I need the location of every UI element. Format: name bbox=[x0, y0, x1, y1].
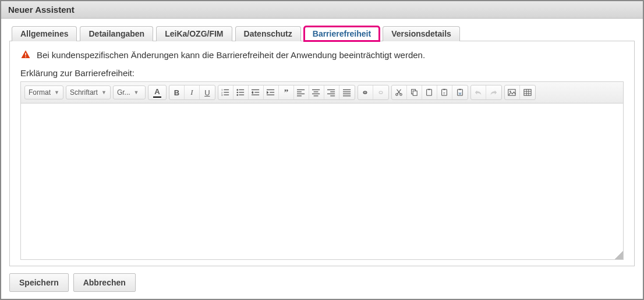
svg-marker-15 bbox=[252, 91, 254, 92]
svg-rect-51 bbox=[459, 89, 461, 90]
svg-rect-29 bbox=[312, 94, 320, 94]
caret-down-icon: ▼ bbox=[54, 90, 59, 95]
format-select-label: Format bbox=[29, 88, 51, 97]
warning-text: Bei kundenspezifischen Änderungen kann d… bbox=[37, 50, 425, 60]
outdent-button[interactable] bbox=[249, 85, 264, 99]
svg-text:T: T bbox=[444, 92, 446, 95]
format-select[interactable]: Format ▼ bbox=[24, 85, 63, 99]
svg-rect-18 bbox=[252, 95, 259, 95]
svg-rect-31 bbox=[327, 90, 335, 90]
svg-point-54 bbox=[510, 91, 511, 92]
svg-marker-20 bbox=[267, 91, 269, 94]
tab-allgemeines[interactable]: Allgemeines bbox=[12, 26, 77, 41]
table-button[interactable] bbox=[520, 85, 535, 99]
tab-leika-ozg-fim[interactable]: LeiKa/OZG/FIM bbox=[156, 26, 232, 41]
paste-plain-button[interactable]: T bbox=[437, 85, 452, 99]
svg-rect-17 bbox=[255, 92, 260, 92]
warning-icon bbox=[20, 49, 31, 60]
svg-rect-35 bbox=[343, 90, 351, 90]
svg-rect-9 bbox=[239, 90, 245, 90]
editor-toolbar: Format ▼ Schriftart ▼ Gr... ▼ A bbox=[21, 82, 623, 103]
svg-rect-19 bbox=[267, 90, 274, 90]
svg-rect-1 bbox=[25, 56, 26, 58]
resize-grip-icon[interactable] bbox=[615, 251, 623, 259]
text-color-button[interactable]: A bbox=[148, 85, 166, 99]
svg-rect-25 bbox=[297, 94, 305, 94]
svg-rect-13 bbox=[239, 95, 245, 95]
warning-row: Bei kundenspezifischen Änderungen kann d… bbox=[20, 49, 624, 60]
svg-marker-16 bbox=[252, 92, 254, 94]
svg-rect-33 bbox=[327, 94, 335, 94]
svg-rect-23 bbox=[297, 90, 305, 90]
copy-button[interactable] bbox=[407, 85, 422, 99]
window-title: Neuer Assistent bbox=[1, 1, 643, 19]
svg-rect-34 bbox=[331, 95, 335, 96]
editor-textarea[interactable] bbox=[21, 103, 623, 259]
align-right-button[interactable] bbox=[324, 85, 339, 99]
svg-rect-3 bbox=[224, 90, 229, 90]
dialog-button-row: Speichern Abbrechen bbox=[9, 273, 635, 292]
svg-rect-55 bbox=[524, 90, 531, 96]
cancel-button[interactable]: Abbrechen bbox=[73, 273, 136, 292]
svg-rect-22 bbox=[267, 95, 274, 95]
svg-text:W: W bbox=[458, 92, 461, 95]
align-center-button[interactable] bbox=[309, 85, 324, 99]
svg-point-10 bbox=[237, 92, 239, 94]
svg-rect-30 bbox=[314, 95, 319, 96]
svg-rect-28 bbox=[314, 91, 319, 92]
bold-button[interactable]: B bbox=[169, 85, 185, 99]
tab-detailangaben[interactable]: Detailangaben bbox=[80, 26, 153, 41]
align-justify-button[interactable] bbox=[339, 85, 355, 99]
assistant-window: Neuer Assistent Allgemeines Detailangabe… bbox=[0, 0, 644, 300]
blockquote-button[interactable]: ” bbox=[279, 85, 294, 99]
align-left-button[interactable] bbox=[294, 85, 309, 99]
font-select[interactable]: Schriftart ▼ bbox=[66, 85, 111, 99]
size-select-label: Gr... bbox=[117, 88, 130, 97]
svg-rect-26 bbox=[297, 95, 302, 96]
content-area: Allgemeines Detailangaben LeiKa/OZG/FIM … bbox=[1, 19, 643, 299]
caret-down-icon: ▼ bbox=[134, 90, 139, 95]
cut-button[interactable] bbox=[392, 85, 407, 99]
underline-button[interactable]: U bbox=[200, 85, 215, 99]
tab-versionsdetails[interactable]: Versionsdetails bbox=[383, 26, 460, 41]
save-button[interactable]: Speichern bbox=[9, 273, 69, 292]
tab-bar: Allgemeines Detailangaben LeiKa/OZG/FIM … bbox=[9, 26, 635, 41]
image-button[interactable] bbox=[505, 85, 520, 99]
font-select-label: Schriftart bbox=[70, 88, 98, 97]
svg-point-8 bbox=[237, 89, 239, 91]
svg-rect-46 bbox=[429, 89, 431, 90]
tab-datenschutz[interactable]: Datenschutz bbox=[235, 26, 301, 41]
caret-down-icon: ▼ bbox=[101, 90, 107, 95]
svg-rect-11 bbox=[239, 92, 245, 92]
svg-rect-27 bbox=[312, 90, 320, 90]
svg-rect-32 bbox=[331, 91, 335, 92]
svg-rect-38 bbox=[343, 95, 351, 96]
paste-button[interactable] bbox=[422, 85, 437, 99]
rich-text-editor: Format ▼ Schriftart ▼ Gr... ▼ A bbox=[20, 81, 624, 260]
undo-button[interactable] bbox=[471, 85, 486, 99]
unlink-button[interactable] bbox=[373, 85, 388, 99]
svg-rect-14 bbox=[252, 90, 259, 90]
svg-rect-5 bbox=[224, 92, 229, 92]
svg-rect-45 bbox=[427, 90, 432, 96]
indent-button[interactable] bbox=[264, 85, 279, 99]
bullet-list-button[interactable] bbox=[233, 85, 249, 99]
link-button[interactable] bbox=[358, 85, 373, 99]
svg-rect-44 bbox=[413, 91, 417, 95]
svg-rect-48 bbox=[444, 89, 446, 90]
svg-rect-7 bbox=[224, 95, 229, 95]
redo-button[interactable] bbox=[486, 85, 501, 99]
svg-rect-24 bbox=[297, 91, 302, 92]
italic-button[interactable]: I bbox=[185, 85, 200, 99]
svg-point-12 bbox=[237, 94, 239, 96]
tab-panel-barrierefreiheit: Bei kundenspezifischen Änderungen kann d… bbox=[9, 41, 635, 266]
field-label-erklaerung: Erklärung zur Barrierefreiheit: bbox=[20, 68, 624, 78]
svg-rect-21 bbox=[270, 92, 275, 92]
tab-barrierefreiheit[interactable]: Barrierefreiheit bbox=[304, 26, 380, 41]
paste-word-button[interactable]: W bbox=[452, 85, 468, 99]
numbered-list-button[interactable]: 123 bbox=[218, 85, 233, 99]
svg-rect-37 bbox=[343, 94, 351, 94]
size-select[interactable]: Gr... ▼ bbox=[113, 85, 146, 99]
svg-text:3: 3 bbox=[221, 94, 223, 97]
svg-rect-36 bbox=[343, 91, 351, 92]
